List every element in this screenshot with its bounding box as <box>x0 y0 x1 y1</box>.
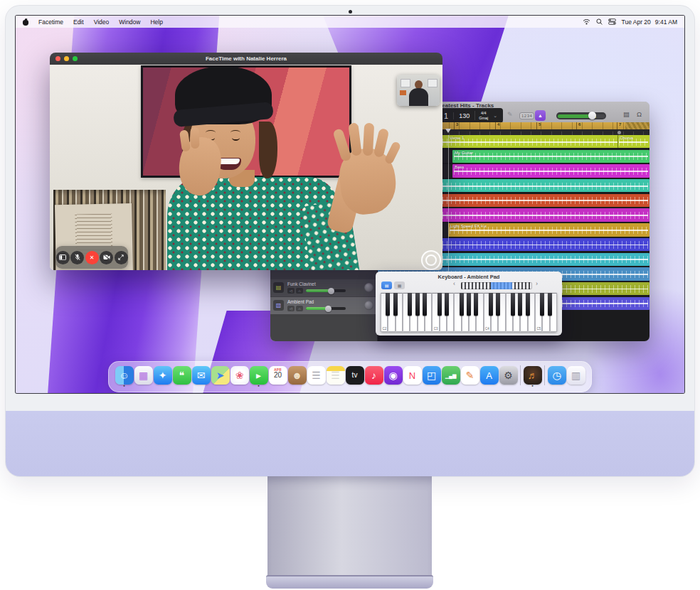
mute-button[interactable]: ◁ <box>287 306 295 311</box>
menu-item[interactable]: Video <box>94 18 110 26</box>
pan-knob[interactable] <box>364 283 373 292</box>
piano-black-key[interactable] <box>423 293 427 316</box>
track-header-row[interactable]: ▧ Ambient Pad ◁ ∩ <box>270 297 377 314</box>
piano-black-key[interactable] <box>386 293 390 316</box>
dock-app-icon[interactable]: ♬ ● <box>524 366 542 387</box>
musical-keyboard-window[interactable]: Keyboard - Ambient Pad ▤ ▦ ‹ › C2C3C4C5 <box>376 272 562 336</box>
dock-app-icon[interactable]: tv <box>346 366 364 387</box>
app-tile[interactable]: A <box>480 366 499 385</box>
app-tile[interactable]: ☰ <box>327 366 345 385</box>
master-volume-slider[interactable] <box>556 112 606 119</box>
menu-item[interactable]: Window <box>119 18 140 26</box>
track-header-row[interactable]: ▤ Funk Clavinet ◁ ∩ <box>270 279 377 296</box>
dock-app-icon[interactable]: ✦ <box>154 366 172 387</box>
lcd-display[interactable]: 1 130 4/4Gmaj ⌄ <box>438 108 503 123</box>
piano-black-key[interactable] <box>415 293 420 316</box>
app-tile[interactable]: ▁▄▆ <box>442 366 460 385</box>
piano-black-key[interactable] <box>518 293 522 316</box>
keyboard-mode-button[interactable]: ▤ <box>381 281 392 289</box>
piano-black-key[interactable] <box>496 293 500 316</box>
app-tile[interactable]: ♪ <box>365 366 383 385</box>
count-in-button[interactable]: 1234 <box>519 112 534 119</box>
dock-app-icon[interactable]: ▁▄▆ <box>442 366 460 387</box>
app-tile[interactable]: ❝ <box>173 366 191 385</box>
metronome-button[interactable]: ▲ <box>535 110 546 121</box>
pan-knob[interactable] <box>364 301 373 310</box>
display-mode-icon[interactable]: ▤ <box>623 110 630 118</box>
scale-mode-button[interactable]: ▦ <box>394 281 405 289</box>
dock-app-icon[interactable]: ▸ ● <box>250 366 268 387</box>
piano-black-key[interactable] <box>548 293 552 316</box>
dock-app-icon[interactable]: ▥ <box>567 366 585 387</box>
volume-knob[interactable] <box>588 112 596 119</box>
gb-region[interactable]: Bass <box>452 164 649 177</box>
app-tile[interactable]: ◉ <box>384 366 403 385</box>
piano-black-key[interactable] <box>489 293 493 316</box>
loop-browser-icon[interactable]: Ω <box>637 110 642 118</box>
app-tile[interactable]: tv <box>346 366 364 385</box>
piano-black-key[interactable] <box>511 293 515 316</box>
piano-black-key[interactable] <box>460 293 464 316</box>
app-tile[interactable]: ▸ <box>250 366 268 385</box>
headphones-button[interactable]: ∩ <box>296 288 303 294</box>
piano-black-key[interactable] <box>467 293 471 316</box>
app-tile[interactable]: ☰ <box>307 366 326 385</box>
app-tile[interactable]: ✉ <box>192 366 211 385</box>
gb-region[interactable]: My Guitar <box>452 150 649 163</box>
dock-app-icon[interactable]: APR 20 <box>269 366 287 387</box>
dock-app-icon[interactable]: ☻ <box>288 366 307 387</box>
app-tile[interactable]: ▦ <box>134 366 153 385</box>
piano-black-key[interactable] <box>408 293 412 316</box>
dock-app-icon[interactable]: ➤ <box>211 366 230 387</box>
track-volume-slider[interactable] <box>306 289 346 292</box>
piano-black-key[interactable] <box>445 293 449 316</box>
dock-app-icon[interactable]: ☰ <box>327 366 345 387</box>
app-tile[interactable]: ✎ <box>461 366 479 385</box>
dock-app-icon[interactable]: ♪ <box>365 366 383 387</box>
piano-black-key[interactable] <box>540 293 544 316</box>
piano-black-key[interactable] <box>438 293 442 316</box>
gb-region[interactable]: Light Speed FX ¼x <box>448 223 649 236</box>
dock-app-icon[interactable]: ◰ <box>423 366 441 387</box>
screen-share-icon[interactable] <box>115 251 128 264</box>
dock-app-icon[interactable]: ▦ <box>134 366 153 387</box>
end-call-icon[interactable]: ✕ <box>85 251 99 264</box>
chevron-down-icon[interactable]: ⌄ <box>492 113 497 119</box>
app-tile[interactable]: ☻ <box>288 366 307 385</box>
effects-button[interactable] <box>421 250 441 270</box>
apple-menu-icon[interactable] <box>22 18 28 26</box>
piano-black-key[interactable] <box>393 293 398 316</box>
camera-off-icon[interactable] <box>100 251 113 264</box>
control-center-icon[interactable] <box>608 18 616 25</box>
dock-app-icon[interactable]: ✉ <box>192 366 211 387</box>
dock-app-icon[interactable]: ◉ <box>384 366 403 387</box>
menu-item[interactable]: Facetime <box>38 18 63 26</box>
dock-app-icon[interactable]: ⚙ <box>499 366 518 387</box>
menu-item[interactable]: Help <box>150 18 162 26</box>
self-view-pip[interactable] <box>397 75 440 106</box>
gb-region[interactable]: Chorus <box>617 135 649 148</box>
piano-black-key[interactable] <box>474 293 478 316</box>
dock-app-icon[interactable]: ☰ <box>307 366 326 387</box>
octave-left-arrow[interactable]: ‹ <box>453 280 455 287</box>
app-tile[interactable]: ⚙ <box>499 366 518 385</box>
dock-app-icon[interactable]: ✎ <box>461 366 479 387</box>
app-tile[interactable]: ◷ <box>548 366 566 385</box>
dock-app-icon[interactable]: A <box>480 366 499 387</box>
mute-button[interactable]: ◁ <box>287 288 295 294</box>
spotlight-search-icon[interactable] <box>596 18 603 25</box>
volume-knob[interactable] <box>325 306 332 312</box>
dock-app-icon[interactable]: N <box>403 366 422 387</box>
octave-right-arrow[interactable]: › <box>536 280 538 287</box>
dock-app-icon[interactable]: ❀ <box>230 366 249 387</box>
octave-selection[interactable] <box>491 282 512 289</box>
app-tile[interactable]: ➤ <box>211 366 230 385</box>
app-tile[interactable]: ✦ <box>154 366 172 385</box>
pencil-icon[interactable]: ✎ <box>507 111 513 118</box>
mic-off-icon[interactable] <box>70 251 84 264</box>
octave-range-strip[interactable] <box>461 282 532 289</box>
volume-knob[interactable] <box>328 288 334 294</box>
piano-black-key[interactable] <box>526 293 530 316</box>
dock-app-icon[interactable]: ◷ <box>548 366 566 387</box>
facetime-window[interactable]: FaceTime with Natalie Herrera <box>50 53 442 270</box>
